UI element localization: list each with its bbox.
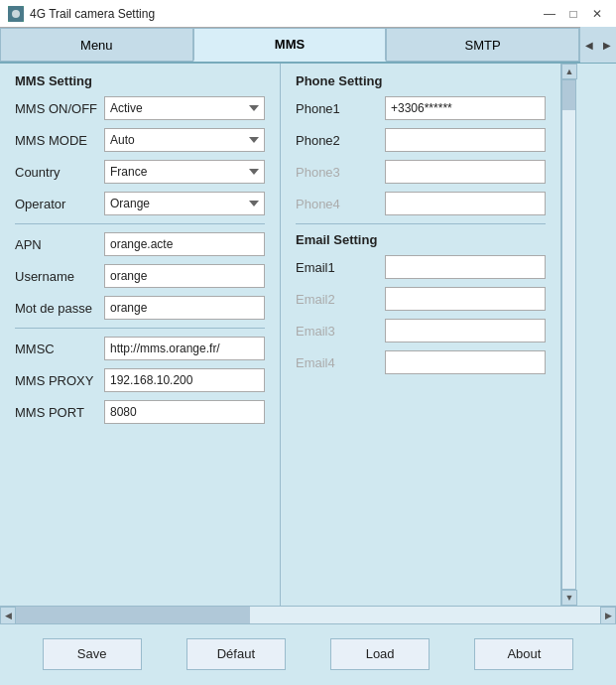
email2-label: Email2 [296,292,385,307]
country-select[interactable]: France [104,160,265,184]
app-icon [8,6,24,22]
mms-proxy-label: MMS PROXY [15,373,104,388]
email1-row: Email1 [296,255,546,279]
content-wrapper: MMS Setting MMS ON/OFF Active Inactive M… [0,64,616,606]
password-input[interactable] [104,296,265,320]
phone4-row: Phone4 [296,192,546,215]
divider-1 [15,223,265,224]
hscroll-thumb[interactable] [16,607,250,623]
username-input[interactable] [104,264,265,288]
tab-bar: Menu MMS SMTP ◀ ▶ [0,28,616,64]
apn-label: APN [15,237,104,252]
minimize-button[interactable]: — [539,4,560,24]
operator-label: Operator [15,197,104,211]
tab-scroll-right[interactable]: ▶ [598,27,616,63]
title-bar-text: 4G Trail camera Setting [30,7,539,21]
email4-input [385,350,546,374]
mmsc-row: MMSC [15,337,265,360]
operator-row: Operator Orange [15,192,265,215]
phone1-row: Phone1 [296,96,546,120]
email4-row: Email4 [296,350,546,374]
email1-label: Email1 [296,260,385,275]
tab-menu[interactable]: Menu [0,28,193,62]
password-label: Mot de passe [15,301,104,316]
mmsc-input[interactable] [104,337,265,360]
maximize-button[interactable]: □ [562,4,584,24]
phone1-label: Phone1 [296,101,385,116]
horizontal-scrollbar: ◀ ▶ [0,606,616,623]
mms-port-label: MMS PORT [15,405,104,420]
scroll-right-button[interactable]: ▶ [600,607,616,624]
main-content: MMS Setting MMS ON/OFF Active Inactive M… [0,64,560,606]
phone2-label: Phone2 [296,133,385,148]
mms-setting-title: MMS Setting [15,73,265,88]
mms-onoff-row: MMS ON/OFF Active Inactive [15,96,265,120]
username-label: Username [15,269,104,284]
email3-input [385,319,546,342]
hscroll-track [16,607,600,623]
scroll-thumb[interactable] [562,80,575,110]
scroll-up-button[interactable]: ▲ [561,64,577,79]
save-button[interactable]: Save [43,638,142,670]
mms-onoff-select[interactable]: Active Inactive [104,96,265,120]
divider-3 [296,223,546,224]
mmsc-label: MMSC [15,342,104,356]
mms-mode-select[interactable]: Auto Manual [104,128,265,152]
phone4-label: Phone4 [296,197,385,211]
tab-scroll-left[interactable]: ◀ [580,27,598,63]
username-row: Username [15,264,265,288]
close-button[interactable]: ✕ [586,4,608,24]
phone3-label: Phone3 [296,165,385,180]
mms-mode-row: MMS MODE Auto Manual [15,128,265,152]
left-panel: MMS Setting MMS ON/OFF Active Inactive M… [0,64,281,606]
phone3-row: Phone3 [296,160,546,184]
title-bar: 4G Trail camera Setting — □ ✕ [0,0,616,28]
title-bar-controls: — □ ✕ [539,4,608,24]
email-setting-title: Email Setting [296,232,546,247]
email4-label: Email4 [296,355,385,370]
default-button[interactable]: Défaut [186,638,286,670]
about-button[interactable]: About [474,638,573,670]
email3-label: Email3 [296,324,385,339]
divider-2 [15,328,265,329]
phone1-input[interactable] [385,96,546,120]
phone4-input [385,192,546,215]
email2-row: Email2 [296,287,546,311]
tab-scroll-arrows: ◀ ▶ [579,28,616,62]
vertical-scrollbar: ▲ ▼ [560,64,576,606]
tab-mms[interactable]: MMS [193,28,387,62]
phone2-row: Phone2 [296,128,546,152]
tab-smtp[interactable]: SMTP [386,28,579,62]
password-row: Mot de passe [15,296,265,320]
right-panel: Phone Setting Phone1 Phone2 Phone3 Phone… [281,64,560,606]
country-row: Country France [15,160,265,184]
svg-point-1 [12,10,20,18]
operator-select[interactable]: Orange [104,192,265,215]
scroll-down-button[interactable]: ▼ [561,590,577,606]
mms-proxy-input[interactable] [104,368,265,392]
load-button[interactable]: Load [330,638,430,670]
mms-proxy-row: MMS PROXY [15,368,265,392]
email2-input [385,287,546,311]
mms-onoff-label: MMS ON/OFF [15,101,104,116]
phone3-input [385,160,546,184]
mms-port-input[interactable] [104,400,265,424]
phone2-input[interactable] [385,128,546,152]
email3-row: Email3 [296,319,546,342]
mms-mode-label: MMS MODE [15,133,104,148]
scroll-left-button[interactable]: ◀ [0,607,16,624]
email1-input[interactable] [385,255,546,279]
phone-setting-title: Phone Setting [296,73,546,88]
mms-port-row: MMS PORT [15,400,265,424]
apn-input[interactable] [104,232,265,256]
footer: Save Défaut Load About [0,623,616,683]
country-label: Country [15,165,104,180]
apn-row: APN [15,232,265,256]
scroll-track [561,79,576,590]
